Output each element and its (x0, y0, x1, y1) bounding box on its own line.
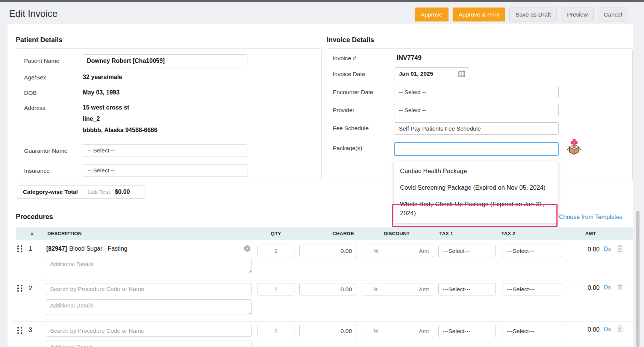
row1-amount: 0.00 (571, 246, 600, 253)
row2-procedure-search-input[interactable] (46, 283, 252, 295)
insurance-label: Insurance (24, 167, 50, 174)
toolbar: Approve Approve & Print Save as Draft Pr… (415, 8, 628, 21)
row2-tax2-select[interactable]: ---Select--- (503, 283, 561, 295)
fee-schedule-input[interactable]: Self Pay Patients Fee Schedule (394, 122, 559, 135)
row3-tax1-select[interactable]: ---Select--- (438, 325, 496, 337)
invoice-number-value: INV7749 (397, 54, 421, 62)
row2-delete-icon[interactable] (617, 283, 623, 292)
dob-label: DOB (24, 90, 37, 96)
row3-amount: 0.00 (571, 326, 600, 333)
row2-tax1-select[interactable]: ---Select--- (438, 283, 496, 295)
invoice-number-label: Invoice # (333, 55, 356, 62)
encounter-date-select[interactable]: -- Select -- (394, 86, 559, 98)
provider-label: Provider (333, 107, 355, 114)
row1-tax1-select[interactable]: ---Select--- (438, 245, 496, 257)
column-tax1: TAX 1 (435, 231, 458, 236)
row3-delete-icon[interactable] (617, 325, 623, 334)
row3-dx-link[interactable]: Dx (603, 326, 611, 333)
row1-drag-handle[interactable] (17, 245, 22, 252)
row1-discount-percent-input[interactable] (362, 245, 390, 257)
address-line-3: bbbbb, Alaska 94588-6666 (83, 127, 158, 134)
row-separator (12, 321, 633, 322)
column-amt: AMT (581, 231, 600, 236)
choose-from-templates-link[interactable]: Choose from Templates (559, 214, 623, 221)
category-name: Lab Test (88, 189, 110, 195)
category-total-box: Category-wise Total Lab Test $0.00 (16, 185, 145, 199)
row1-delete-icon[interactable] (617, 245, 623, 254)
row2-number: 2 (26, 285, 35, 292)
vertical-scrollbar-thumb[interactable] (636, 211, 639, 347)
row3-drag-handle[interactable] (17, 327, 22, 334)
calendar-icon[interactable] (458, 70, 465, 78)
category-total-label: Category-wise Total (23, 189, 78, 195)
row3-qty-input[interactable] (258, 325, 294, 337)
row1-procedure-code: [82947] (46, 245, 67, 252)
address-line-2: line_2 (83, 116, 100, 122)
row3-discount-group (362, 325, 433, 337)
approve-print-button[interactable]: Approve & Print (453, 8, 506, 21)
row3-discount-amount-input[interactable] (390, 325, 433, 337)
row3-discount-percent-input[interactable] (362, 325, 390, 337)
window-top-edge (0, 0, 644, 2)
packages-dropdown: Cardiac Health Package Covid Screening P… (394, 161, 558, 223)
age-sex-label: Age/Sex (24, 74, 46, 81)
row2-discount-percent-input[interactable] (362, 283, 390, 295)
package-option-covid[interactable]: Covid Screening Package (Expired on Nov … (394, 179, 558, 196)
row1-dx-link[interactable]: Dx (603, 245, 611, 253)
row1-number: 1 (26, 245, 35, 252)
patient-name-input[interactable] (83, 54, 247, 67)
category-amount: $0.00 (115, 189, 130, 195)
row3-number: 3 (26, 327, 35, 333)
row2-qty-input[interactable] (258, 283, 294, 295)
insurance-select[interactable]: -- Select -- (83, 164, 247, 177)
packages-label: Package(s) (333, 145, 362, 152)
guarantor-label: Guarantor Name (24, 148, 67, 154)
approve-button[interactable]: Approve (415, 8, 449, 21)
row2-drag-handle[interactable] (17, 285, 22, 292)
add-package-icon[interactable] (567, 139, 581, 157)
row1-tax2-select[interactable]: ---Select--- (503, 245, 561, 257)
row1-discount-group (362, 245, 433, 257)
row-separator (12, 280, 633, 280)
procedures-table-header: # DESCRIPTION QTY CHARGE DISCOUNT TAX 1 … (16, 227, 633, 240)
row1-discount-amount-input[interactable] (390, 245, 433, 257)
package-option-cardiac[interactable]: Cardiac Health Package (394, 163, 558, 179)
cancel-button[interactable]: Cancel (598, 8, 628, 21)
column-num: # (31, 231, 33, 236)
invoice-date-label: Invoice Date (333, 71, 365, 78)
fee-schedule-label: Fee Schedule (333, 125, 369, 132)
packages-input[interactable] (394, 142, 559, 156)
row1-qty-input[interactable] (258, 245, 294, 257)
row1-description: [82947]Blood Sugar - Fasting (46, 245, 127, 252)
encounter-date-label: Encounter Date (333, 89, 373, 96)
column-qty: QTY (268, 231, 283, 236)
row2-additional-details-textarea[interactable] (46, 299, 252, 315)
preview-button[interactable]: Preview (561, 8, 594, 21)
row1-procedure-name: Blood Sugar - Fasting (69, 245, 127, 252)
dob-value: May 03, 1993 (83, 89, 120, 96)
provider-select[interactable]: -- Select -- (394, 104, 559, 116)
row1-charge-input[interactable] (299, 245, 356, 257)
save-draft-button[interactable]: Save as Draft (509, 8, 557, 21)
row3-charge-input[interactable] (299, 325, 356, 337)
guarantor-select[interactable]: -- Select -- (83, 144, 247, 157)
row2-discount-amount-input[interactable] (390, 283, 433, 295)
package-option-whole-body[interactable]: Whole Body Check-Up Package (Expired on … (394, 196, 558, 221)
row1-additional-details-textarea[interactable] (46, 258, 252, 273)
row2-dx-link[interactable]: Dx (603, 284, 611, 291)
column-discount: DISCOUNT (380, 231, 414, 236)
invoice-details-heading: Invoice Details (327, 36, 374, 44)
row3-tax2-select[interactable]: ---Select--- (503, 325, 561, 337)
procedures-heading: Procedures (16, 213, 53, 221)
row3-procedure-search-input[interactable] (46, 325, 252, 337)
invoice-date-value: Jan 01, 2025 (399, 70, 433, 77)
row2-charge-input[interactable] (299, 283, 356, 295)
row3-additional-details-textarea[interactable] (46, 341, 252, 347)
patient-details-panel: Patient Name Age/Sex 32 years/male DOB M… (16, 48, 322, 181)
patient-name-label: Patient Name (24, 58, 59, 64)
row2-amount: 0.00 (571, 284, 600, 291)
invoice-date-input[interactable]: Jan 01, 2025 (394, 67, 469, 80)
age-sex-value: 32 years/male (83, 74, 122, 81)
row1-remove-procedure-icon[interactable]: ✕ (244, 245, 250, 252)
page-title: Edit Invoice (9, 8, 58, 19)
